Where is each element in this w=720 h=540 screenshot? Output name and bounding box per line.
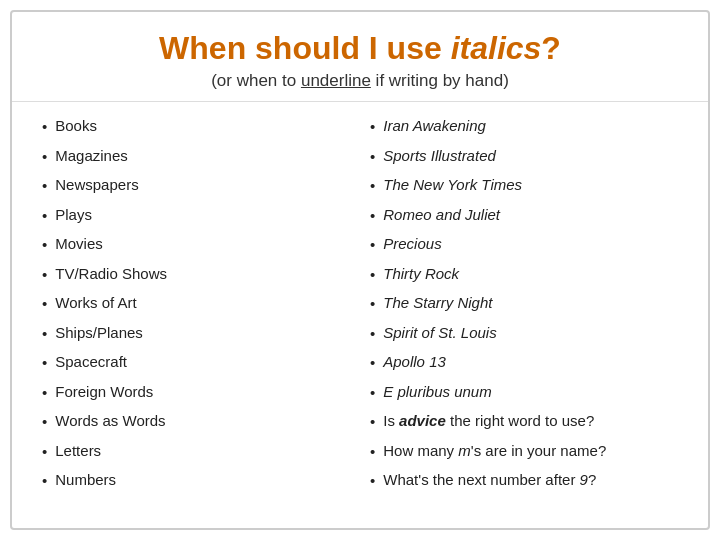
list-item: •How many m's are in your name? xyxy=(370,437,678,467)
bullet: • xyxy=(42,116,47,139)
item-text: Newspapers xyxy=(55,174,138,197)
bullet: • xyxy=(370,323,375,346)
list-item: •TV/Radio Shows xyxy=(42,260,350,290)
item-text: Foreign Words xyxy=(55,381,153,404)
bullet: • xyxy=(42,175,47,198)
bullet: • xyxy=(370,352,375,375)
list-item: •Plays xyxy=(42,201,350,231)
bullet: • xyxy=(370,293,375,316)
bullet: • xyxy=(370,234,375,257)
right-column: •Iran Awakening•Sports Illustrated•The N… xyxy=(360,112,688,518)
list-item: •Iran Awakening xyxy=(370,112,678,142)
list-item: •What's the next number after 9? xyxy=(370,466,678,496)
item-text: Plays xyxy=(55,204,92,227)
bullet: • xyxy=(370,205,375,228)
list-item: •Sports Illustrated xyxy=(370,142,678,172)
item-text: How many m's are in your name? xyxy=(383,440,606,463)
bullet: • xyxy=(370,441,375,464)
bullet: • xyxy=(370,175,375,198)
item-text: Spirit of St. Louis xyxy=(383,322,496,345)
item-text: Sports Illustrated xyxy=(383,145,496,168)
item-text: Words as Words xyxy=(55,410,165,433)
item-text: Precious xyxy=(383,233,441,256)
bullet: • xyxy=(42,146,47,169)
item-text: Books xyxy=(55,115,97,138)
list-item: •E pluribus unum xyxy=(370,378,678,408)
list-item: •The New York Times xyxy=(370,171,678,201)
item-text: Numbers xyxy=(55,469,116,492)
bullet: • xyxy=(42,352,47,375)
bullet: • xyxy=(42,234,47,257)
content-area: •Books•Magazines•Newspapers•Plays•Movies… xyxy=(12,102,708,528)
item-text: E pluribus unum xyxy=(383,381,491,404)
bullet: • xyxy=(370,470,375,493)
list-item: •Words as Words xyxy=(42,407,350,437)
slide: When should I use italics? (or when to u… xyxy=(10,10,710,530)
item-text: Romeo and Juliet xyxy=(383,204,500,227)
header: When should I use italics? (or when to u… xyxy=(12,12,708,102)
list-item: •Movies xyxy=(42,230,350,260)
bullet: • xyxy=(42,264,47,287)
list-item: •Spirit of St. Louis xyxy=(370,319,678,349)
list-item: •Thirty Rock xyxy=(370,260,678,290)
item-text: Iran Awakening xyxy=(383,115,486,138)
bullet: • xyxy=(370,116,375,139)
left-column: •Books•Magazines•Newspapers•Plays•Movies… xyxy=(32,112,360,518)
list-item: •Letters xyxy=(42,437,350,467)
item-text: What's the next number after 9? xyxy=(383,469,596,492)
list-item: •Works of Art xyxy=(42,289,350,319)
item-text: Movies xyxy=(55,233,103,256)
item-text: Ships/Planes xyxy=(55,322,143,345)
bullet: • xyxy=(42,441,47,464)
bullet: • xyxy=(370,411,375,434)
item-text: Thirty Rock xyxy=(383,263,459,286)
list-item: •Ships/Planes xyxy=(42,319,350,349)
item-text: The Starry Night xyxy=(383,292,492,315)
item-text: Works of Art xyxy=(55,292,136,315)
bullet: • xyxy=(370,146,375,169)
list-item: •Apollo 13 xyxy=(370,348,678,378)
item-text: TV/Radio Shows xyxy=(55,263,167,286)
item-text: The New York Times xyxy=(383,174,522,197)
item-text: Magazines xyxy=(55,145,128,168)
list-item: •Books xyxy=(42,112,350,142)
list-item: •Numbers xyxy=(42,466,350,496)
list-item: •Romeo and Juliet xyxy=(370,201,678,231)
list-item: •Is advice the right word to use? xyxy=(370,407,678,437)
bullet: • xyxy=(42,411,47,434)
list-item: •Foreign Words xyxy=(42,378,350,408)
bullet: • xyxy=(42,205,47,228)
item-text: Is advice the right word to use? xyxy=(383,410,594,433)
bullet: • xyxy=(42,470,47,493)
bullet: • xyxy=(42,323,47,346)
bullet: • xyxy=(370,264,375,287)
bullet: • xyxy=(42,382,47,405)
slide-subtitle: (or when to underline if writing by hand… xyxy=(36,71,684,91)
item-text: Apollo 13 xyxy=(383,351,446,374)
slide-title: When should I use italics? xyxy=(36,30,684,67)
bullet: • xyxy=(370,382,375,405)
list-item: •Newspapers xyxy=(42,171,350,201)
list-item: •Magazines xyxy=(42,142,350,172)
list-item: •The Starry Night xyxy=(370,289,678,319)
list-item: •Precious xyxy=(370,230,678,260)
item-text: Letters xyxy=(55,440,101,463)
list-item: •Spacecraft xyxy=(42,348,350,378)
bullet: • xyxy=(42,293,47,316)
item-text: Spacecraft xyxy=(55,351,127,374)
